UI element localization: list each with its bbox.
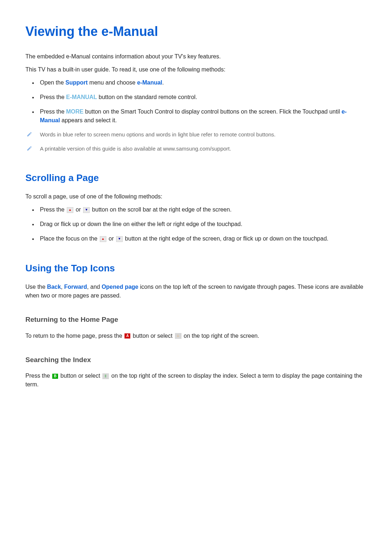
text: To return to the home page, press the [25, 333, 124, 339]
button-ref-more: MORE [66, 108, 83, 115]
text: Press the [40, 94, 66, 100]
text: button at the right edge of the screen, … [123, 235, 328, 242]
menu-ref-opened-page: Opened page [102, 284, 138, 290]
a-button-icon: A [124, 333, 130, 338]
home-icon: ⌂ [175, 333, 181, 339]
pencil-icon [26, 145, 32, 154]
text: Press the [40, 206, 66, 213]
arrow-down-icon: ▼ [83, 207, 90, 213]
note-item: Words in blue refer to screen menu optio… [25, 131, 367, 139]
text: , and [87, 284, 102, 290]
text: or [107, 235, 115, 242]
text: button on the scroll bar at the right ed… [90, 206, 232, 213]
text: on the top right of the screen. [182, 333, 260, 339]
subsection-heading-searching: Searching the Index [25, 355, 367, 365]
menu-ref-forward: Forward [64, 284, 87, 290]
scrolling-intro: To scroll a page, use of one of the foll… [25, 192, 367, 201]
arrow-up-icon: ▲ [100, 236, 106, 242]
button-ref-emanual: E-MANUAL [66, 94, 97, 100]
list-item: Press the MORE button on the Smart Touch… [25, 107, 367, 125]
text: Place the focus on the [40, 235, 99, 242]
notes-list: Words in blue refer to screen menu optio… [25, 131, 367, 153]
text: . [162, 79, 164, 86]
index-icon: ▮ [102, 373, 109, 379]
scrolling-list: Press the ▲ or ▼ button on the scroll ba… [25, 205, 367, 243]
intro-line-2: This TV has a built-in user guide. To re… [25, 65, 367, 74]
text: button on the Smart Touch Control to dis… [83, 108, 342, 115]
text: Press the [40, 108, 66, 115]
text: Press the [25, 373, 52, 379]
returning-text: To return to the home page, press the A … [25, 332, 367, 340]
list-item: Drag or flick up or down the line on eit… [25, 220, 367, 229]
arrow-up-icon: ▲ [67, 207, 73, 213]
top-icons-text: Use the Back, Forward, and Opened page i… [25, 283, 367, 300]
methods-list: Open the Support menu and choose e-Manua… [25, 78, 367, 125]
subsection-heading-returning: Returning to the Home Page [25, 315, 367, 325]
menu-ref-support: Support [65, 79, 87, 86]
note-text: Words in blue refer to screen menu optio… [40, 131, 275, 138]
note-text: A printable version of this guide is als… [40, 145, 231, 152]
list-item: Open the Support menu and choose e-Manua… [25, 78, 367, 87]
menu-ref-emanual: e-Manual [137, 79, 162, 86]
intro-line-1: The embedded e-Manual contains informati… [25, 52, 367, 61]
note-item: A printable version of this guide is als… [25, 145, 367, 153]
pencil-icon [26, 131, 32, 140]
list-item: Press the E-MANUAL button on the standar… [25, 93, 367, 102]
page-title: Viewing the e-Manual [25, 22, 367, 41]
text: Open the [40, 79, 65, 86]
section-heading-scrolling: Scrolling a Page [25, 171, 367, 185]
list-item: Place the focus on the ▲ or ▼ button at … [25, 234, 367, 243]
arrow-down-icon: ▼ [116, 236, 123, 242]
text: Use the [25, 284, 47, 290]
menu-ref-back: Back [47, 284, 61, 290]
searching-text: Press the B button or select ▮ on the to… [25, 372, 367, 389]
text: or [74, 206, 82, 213]
text: Drag or flick up or down the line on eit… [40, 221, 242, 227]
section-heading-top-icons: Using the Top Icons [25, 261, 367, 275]
text: menu and choose [88, 79, 137, 86]
text: , [61, 284, 64, 290]
list-item: Press the ▲ or ▼ button on the scroll ba… [25, 205, 367, 214]
text: button or select [131, 333, 174, 339]
text: button or select [59, 373, 102, 379]
text: appears and select it. [60, 117, 117, 123]
text: button on the standard remote control. [97, 94, 197, 100]
b-button-icon: B [52, 374, 58, 379]
